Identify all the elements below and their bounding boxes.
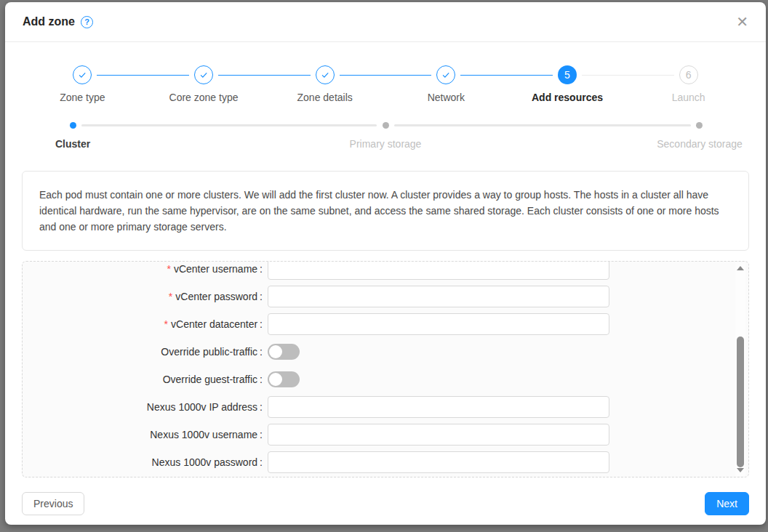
previous-button[interactable]: Previous xyxy=(22,492,84,515)
step-network[interactable]: Network xyxy=(385,65,507,103)
check-icon xyxy=(194,65,213,84)
override-guest-traffic-toggle[interactable] xyxy=(268,371,300,387)
check-icon xyxy=(436,65,455,84)
step-label: Network xyxy=(385,92,507,103)
substep-connector xyxy=(394,124,691,126)
field-label: *vCenter datacenter: xyxy=(23,318,263,330)
step-label: Launch xyxy=(628,92,749,103)
step-number: 5 xyxy=(558,65,577,84)
required-marker: * xyxy=(169,291,172,302)
override-public-traffic-toggle[interactable] xyxy=(268,344,300,360)
vcenter-datacenter-input[interactable] xyxy=(268,313,609,335)
substep-label-secondary-storage: Secondary storage xyxy=(657,138,743,150)
substep-dot-primary-storage xyxy=(383,122,389,129)
form-row-vcenter-username: *vCenter username: xyxy=(23,261,748,280)
step-add-resources[interactable]: 5 Add resources xyxy=(507,65,628,103)
vcenter-password-input[interactable] xyxy=(268,286,609,307)
field-label: Nexus 1000v IP address: xyxy=(23,401,263,413)
form-row-vcenter-datacenter: *vCenter datacenter: xyxy=(23,313,748,335)
substep-dot-secondary-storage xyxy=(696,122,703,129)
wizard-steps: Zone type Core zone type Zone details Ne… xyxy=(22,65,749,103)
cluster-form: *vCenter username: *vCenter password: *v… xyxy=(22,261,749,477)
step-launch[interactable]: 6 Launch xyxy=(628,65,749,103)
scroll-up-icon[interactable] xyxy=(737,266,744,270)
dialog-footer: Previous Next xyxy=(22,492,749,515)
required-marker: * xyxy=(167,263,170,275)
required-marker: * xyxy=(164,318,168,330)
next-button[interactable]: Next xyxy=(705,492,749,515)
nexus-username-input[interactable] xyxy=(268,424,609,446)
substep-label-cluster: Cluster xyxy=(55,138,90,150)
step-label: Zone type xyxy=(22,92,143,103)
substep-connector xyxy=(81,124,377,126)
field-label: Override guest-traffic: xyxy=(23,374,263,385)
field-label: Nexus 1000v password: xyxy=(23,456,263,468)
form-row-nexus-username: Nexus 1000v username: xyxy=(23,424,748,446)
add-zone-dialog: Add zone ? ✕ Zone type Core zone type xyxy=(5,2,766,525)
form-row-override-guest-traffic: Override guest-traffic: xyxy=(23,368,748,390)
substep-dot-cluster xyxy=(70,122,76,129)
form-row-override-public-traffic: Override public-traffic: xyxy=(23,341,748,363)
field-label: *vCenter password: xyxy=(23,291,263,302)
nexus-ip-address-input[interactable] xyxy=(268,396,609,418)
help-icon[interactable]: ? xyxy=(81,16,93,28)
form-row-nexus-password: Nexus 1000v password: xyxy=(23,451,748,473)
dialog-title: Add zone xyxy=(23,15,75,28)
scrollbar-thumb[interactable] xyxy=(737,336,744,467)
scroll-down-icon[interactable] xyxy=(737,468,744,472)
toggle-knob xyxy=(269,345,282,358)
nexus-password-input[interactable] xyxy=(268,451,609,473)
step-core-zone-type[interactable]: Core zone type xyxy=(143,65,265,103)
check-icon xyxy=(316,65,335,84)
check-icon xyxy=(73,65,92,84)
cluster-info-text: Each pod must contain one or more cluste… xyxy=(39,189,719,233)
field-label: Nexus 1000v username: xyxy=(23,429,263,440)
step-label: Core zone type xyxy=(143,92,265,103)
step-label: Add resources xyxy=(507,92,628,103)
step-zone-type[interactable]: Zone type xyxy=(22,65,143,103)
resource-substeps: Cluster Primary storage Secondary storag… xyxy=(22,122,749,153)
form-row-vcenter-password: *vCenter password: xyxy=(23,286,748,307)
step-zone-details[interactable]: Zone details xyxy=(264,65,385,103)
field-label: Override public-traffic: xyxy=(23,346,263,358)
step-label: Zone details xyxy=(264,92,385,103)
toggle-knob xyxy=(269,373,282,386)
step-number: 6 xyxy=(679,65,698,84)
dialog-header: Add zone ? ✕ xyxy=(5,2,766,42)
vcenter-username-input[interactable] xyxy=(268,261,609,280)
form-row-nexus-ip: Nexus 1000v IP address: xyxy=(23,396,748,418)
form-scrollbar[interactable] xyxy=(735,262,745,476)
field-label: *vCenter username: xyxy=(23,263,263,275)
close-icon[interactable]: ✕ xyxy=(736,15,748,29)
substep-label-primary-storage: Primary storage xyxy=(350,138,422,150)
cluster-info-box: Each pod must contain one or more cluste… xyxy=(22,171,749,251)
